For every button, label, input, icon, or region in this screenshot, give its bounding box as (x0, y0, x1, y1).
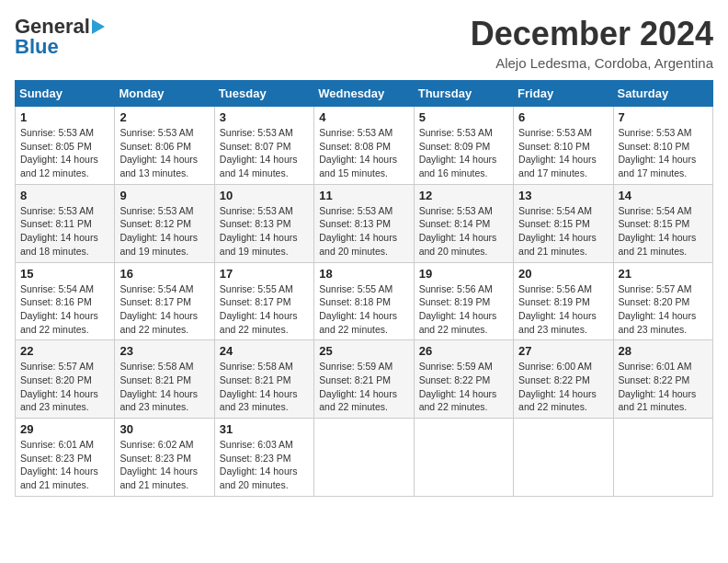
day-info: Sunrise: 5:57 AM Sunset: 8:20 PM Dayligh… (619, 282, 708, 337)
day-number: 11 (319, 189, 408, 202)
calendar-cell: 13 Sunrise: 5:54 AM Sunset: 8:15 PM Dayl… (514, 184, 613, 262)
day-number: 23 (119, 344, 209, 358)
day-info: Sunrise: 5:53 AM Sunset: 8:06 PM Dayligh… (119, 126, 209, 180)
day-number: 25 (319, 344, 408, 358)
calendar-cell (314, 419, 414, 497)
month-title: December 2024 (471, 15, 713, 53)
calendar-cell (414, 419, 513, 497)
day-info: Sunrise: 6:02 AM Sunset: 8:23 PM Dayligh… (119, 438, 209, 492)
column-header-wednesday: Wednesday (314, 81, 414, 107)
calendar-cell: 5 Sunrise: 5:53 AM Sunset: 8:09 PM Dayli… (414, 107, 513, 185)
calendar-cell: 31 Sunrise: 6:03 AM Sunset: 8:23 PM Dayl… (214, 419, 313, 497)
day-number: 19 (419, 267, 508, 281)
day-info: Sunrise: 5:58 AM Sunset: 8:21 PM Dayligh… (119, 360, 209, 414)
column-header-tuesday: Tuesday (214, 81, 313, 107)
calendar-cell: 3 Sunrise: 5:53 AM Sunset: 8:07 PM Dayli… (214, 107, 313, 185)
column-header-saturday: Saturday (613, 81, 712, 107)
day-info: Sunrise: 6:03 AM Sunset: 8:23 PM Dayligh… (220, 438, 309, 492)
day-number: 4 (319, 110, 408, 124)
calendar-header-row: SundayMondayTuesdayWednesdayThursdayFrid… (16, 81, 713, 107)
day-number: 30 (119, 422, 209, 436)
day-number: 29 (20, 422, 109, 436)
calendar-cell: 17 Sunrise: 5:55 AM Sunset: 8:17 PM Dayl… (214, 262, 313, 340)
day-info: Sunrise: 5:54 AM Sunset: 8:15 PM Dayligh… (619, 204, 708, 259)
day-number: 22 (20, 344, 109, 358)
day-info: Sunrise: 5:55 AM Sunset: 8:17 PM Dayligh… (220, 282, 309, 337)
calendar-cell: 12 Sunrise: 5:53 AM Sunset: 8:14 PM Dayl… (414, 184, 513, 262)
calendar-cell: 10 Sunrise: 5:53 AM Sunset: 8:13 PM Dayl… (214, 184, 313, 262)
calendar-cell: 16 Sunrise: 5:54 AM Sunset: 8:17 PM Dayl… (115, 262, 214, 340)
day-number: 7 (619, 110, 708, 124)
column-header-monday: Monday (115, 81, 214, 107)
day-number: 10 (220, 189, 309, 202)
calendar-cell: 21 Sunrise: 5:57 AM Sunset: 8:20 PM Dayl… (613, 262, 712, 340)
calendar-table: SundayMondayTuesdayWednesdayThursdayFrid… (15, 80, 713, 497)
day-info: Sunrise: 5:54 AM Sunset: 8:16 PM Dayligh… (20, 282, 109, 337)
day-info: Sunrise: 5:55 AM Sunset: 8:18 PM Dayligh… (319, 282, 408, 337)
calendar-week-row: 15 Sunrise: 5:54 AM Sunset: 8:16 PM Dayl… (16, 262, 713, 340)
day-number: 26 (419, 344, 508, 358)
day-info: Sunrise: 6:00 AM Sunset: 8:22 PM Dayligh… (518, 360, 608, 414)
column-header-friday: Friday (514, 81, 613, 107)
day-info: Sunrise: 5:53 AM Sunset: 8:08 PM Dayligh… (319, 126, 408, 180)
day-info: Sunrise: 5:53 AM Sunset: 8:11 PM Dayligh… (20, 204, 109, 259)
day-info: Sunrise: 5:56 AM Sunset: 8:19 PM Dayligh… (518, 282, 608, 337)
day-number: 21 (619, 267, 708, 281)
calendar-cell: 26 Sunrise: 5:59 AM Sunset: 8:22 PM Dayl… (414, 340, 513, 419)
day-number: 17 (220, 267, 309, 281)
day-number: 13 (518, 189, 608, 202)
calendar-cell: 20 Sunrise: 5:56 AM Sunset: 8:19 PM Dayl… (514, 262, 613, 340)
calendar-cell (613, 419, 712, 497)
logo-arrow-icon (92, 19, 105, 34)
day-info: Sunrise: 5:53 AM Sunset: 8:07 PM Dayligh… (220, 126, 309, 180)
calendar-cell: 2 Sunrise: 5:53 AM Sunset: 8:06 PM Dayli… (115, 107, 214, 185)
day-info: Sunrise: 5:58 AM Sunset: 8:21 PM Dayligh… (220, 360, 309, 414)
day-number: 8 (20, 189, 109, 202)
calendar-cell: 6 Sunrise: 5:53 AM Sunset: 8:10 PM Dayli… (514, 107, 613, 185)
calendar-cell: 4 Sunrise: 5:53 AM Sunset: 8:08 PM Dayli… (314, 107, 414, 185)
day-info: Sunrise: 5:53 AM Sunset: 8:13 PM Dayligh… (319, 204, 408, 259)
calendar-cell: 19 Sunrise: 5:56 AM Sunset: 8:19 PM Dayl… (414, 262, 513, 340)
day-number: 3 (220, 110, 309, 124)
day-number: 12 (419, 189, 508, 202)
calendar-cell: 27 Sunrise: 6:00 AM Sunset: 8:22 PM Dayl… (514, 340, 613, 419)
day-number: 28 (619, 344, 708, 358)
day-number: 16 (119, 267, 209, 281)
day-number: 9 (119, 189, 209, 202)
calendar-cell: 22 Sunrise: 5:57 AM Sunset: 8:20 PM Dayl… (16, 340, 115, 419)
calendar-cell: 23 Sunrise: 5:58 AM Sunset: 8:21 PM Dayl… (115, 340, 214, 419)
day-info: Sunrise: 5:57 AM Sunset: 8:20 PM Dayligh… (20, 360, 109, 414)
logo: General Blue (15, 15, 105, 59)
day-info: Sunrise: 5:53 AM Sunset: 8:10 PM Dayligh… (518, 126, 608, 180)
calendar-cell: 15 Sunrise: 5:54 AM Sunset: 8:16 PM Dayl… (16, 262, 115, 340)
day-number: 1 (20, 110, 109, 124)
day-info: Sunrise: 5:56 AM Sunset: 8:19 PM Dayligh… (419, 282, 508, 337)
day-number: 2 (119, 110, 209, 124)
day-info: Sunrise: 5:59 AM Sunset: 8:21 PM Dayligh… (319, 360, 408, 414)
day-info: Sunrise: 5:53 AM Sunset: 8:09 PM Dayligh… (419, 126, 508, 180)
day-number: 14 (619, 189, 708, 202)
day-number: 20 (518, 267, 608, 281)
day-info: Sunrise: 6:01 AM Sunset: 8:22 PM Dayligh… (619, 360, 708, 414)
column-header-sunday: Sunday (16, 81, 115, 107)
day-number: 27 (518, 344, 608, 358)
day-info: Sunrise: 5:59 AM Sunset: 8:22 PM Dayligh… (419, 360, 508, 414)
day-info: Sunrise: 5:53 AM Sunset: 8:14 PM Dayligh… (419, 204, 508, 259)
calendar-cell (514, 419, 613, 497)
column-header-thursday: Thursday (414, 81, 513, 107)
logo-blue: Blue (15, 35, 59, 59)
calendar-week-row: 1 Sunrise: 5:53 AM Sunset: 8:05 PM Dayli… (16, 107, 713, 185)
day-info: Sunrise: 5:53 AM Sunset: 8:12 PM Dayligh… (119, 204, 209, 259)
page-header: General Blue December 2024 Alejo Ledesma… (15, 15, 713, 71)
calendar-cell: 14 Sunrise: 5:54 AM Sunset: 8:15 PM Dayl… (613, 184, 712, 262)
day-number: 15 (20, 267, 109, 281)
day-info: Sunrise: 5:54 AM Sunset: 8:17 PM Dayligh… (119, 282, 209, 337)
day-info: Sunrise: 5:53 AM Sunset: 8:10 PM Dayligh… (619, 126, 708, 180)
calendar-cell: 9 Sunrise: 5:53 AM Sunset: 8:12 PM Dayli… (115, 184, 214, 262)
day-info: Sunrise: 5:53 AM Sunset: 8:05 PM Dayligh… (20, 126, 109, 180)
day-number: 24 (220, 344, 309, 358)
calendar-week-row: 22 Sunrise: 5:57 AM Sunset: 8:20 PM Dayl… (16, 340, 713, 419)
calendar-cell: 24 Sunrise: 5:58 AM Sunset: 8:21 PM Dayl… (214, 340, 313, 419)
day-number: 18 (319, 267, 408, 281)
day-info: Sunrise: 5:53 AM Sunset: 8:13 PM Dayligh… (220, 204, 309, 259)
